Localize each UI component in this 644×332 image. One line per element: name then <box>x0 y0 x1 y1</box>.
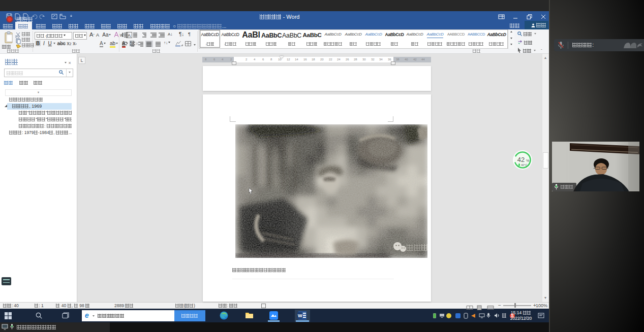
svg-text:40°C: 40°C <box>521 163 527 167</box>
svg-text:42: 42 <box>517 156 525 163</box>
svg-text:%: % <box>526 159 529 162</box>
